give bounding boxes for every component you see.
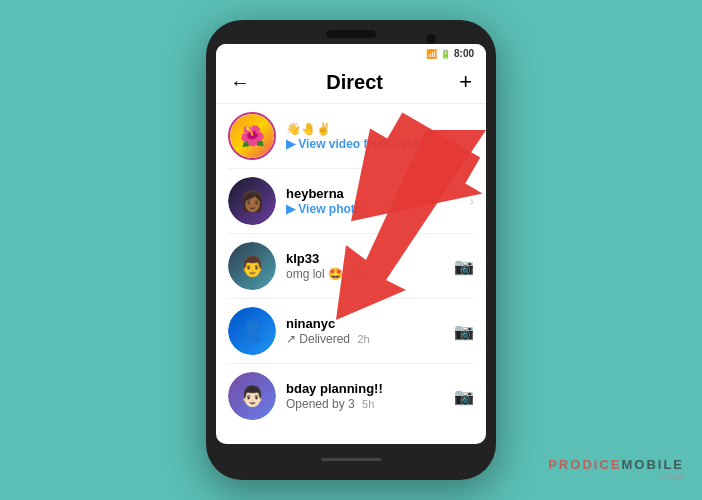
avatar: 👩🏾 [228,177,276,225]
avatar: 👨🏻 [228,372,276,420]
page-title: Direct [326,71,383,94]
message-content: heyberna ▶ View photo [286,186,469,216]
camera-icon: 📷 [454,387,474,406]
avatar-image: 🌺 [230,114,274,158]
sender-name: bday planning!! [286,381,454,396]
watermark-brand: PRO DiCE MOBILE [548,457,684,472]
home-bar-line [321,458,381,461]
message-preview: omg lol 🤩 2m [286,267,454,281]
message-content: klp33 omg lol 🤩 2m [286,251,454,281]
message-content: bday planning!! Opened by 3 5h [286,381,454,411]
list-item[interactable]: 👤 ninanyc ↗ Delivered 2h 📷 [216,299,486,363]
list-item[interactable]: 🌺 👋🤚✌️ ▶ View video from ashleyyuki now … [216,104,486,168]
message-right: › [469,128,474,144]
message-right: 📷 [454,322,474,341]
message-content: 👋🤚✌️ ▶ View video from ashleyyuki now [286,122,469,151]
phone-frame: 📶 🔋 8:00 ← Direct + 🌺 👋🤚✌️ ▶ Vi [206,20,496,480]
message-content: ninanyc ↗ Delivered 2h [286,316,454,346]
battery-icon: 🔋 [440,49,451,59]
message-preview: ▶ View photo [286,202,469,216]
time-display: 8:00 [454,48,474,59]
sender-name: klp33 [286,251,454,266]
phone-speaker [326,30,376,38]
avatar-image: 👨 [228,242,276,290]
camera-icon: 📷 [454,322,474,341]
watermark: PRO DiCE MOBILE .COM [548,457,684,482]
sender-name: ninanyc [286,316,454,331]
camera-icon: 📷 [454,257,474,276]
sender-name: 👋🤚✌️ [286,122,469,136]
watermark-url: .COM [657,472,685,482]
new-message-button[interactable]: + [459,69,472,95]
avatar-image: 👩🏾 [228,177,276,225]
phone-screen: 📶 🔋 8:00 ← Direct + 🌺 👋🤚✌️ ▶ Vi [216,44,486,444]
phone-home-bar [216,444,486,474]
message-preview: ↗ Delivered 2h [286,332,454,346]
status-icons: 📶 🔋 8:00 [426,48,474,59]
message-preview: Opened by 3 5h [286,397,454,411]
list-item[interactable]: 👨🏻 bday planning!! Opened by 3 5h 📷 [216,364,486,428]
avatar: 🌺 [228,112,276,160]
list-item[interactable]: 👩🏾 heyberna ▶ View photo › [216,169,486,233]
avatar-image: 👨🏻 [228,372,276,420]
avatar: 👨 [228,242,276,290]
back-button[interactable]: ← [230,71,250,94]
header: ← Direct + [216,61,486,104]
status-bar: 📶 🔋 8:00 [216,44,486,61]
list-item[interactable]: 👨 klp33 omg lol 🤩 2m 📷 [216,234,486,298]
sender-name: heyberna [286,186,469,201]
avatar: 👤 [228,307,276,355]
message-right: › [469,193,474,209]
messages-list: 🌺 👋🤚✌️ ▶ View video from ashleyyuki now … [216,104,486,444]
chevron-icon: › [469,193,474,209]
message-right: 📷 [454,257,474,276]
signal-icon: 📶 [426,49,437,59]
chevron-icon: › [469,128,474,144]
avatar-image: 👤 [228,307,276,355]
phone-camera [426,34,436,44]
message-right: 📷 [454,387,474,406]
message-preview: ▶ View video from ashleyyuki now [286,137,469,151]
